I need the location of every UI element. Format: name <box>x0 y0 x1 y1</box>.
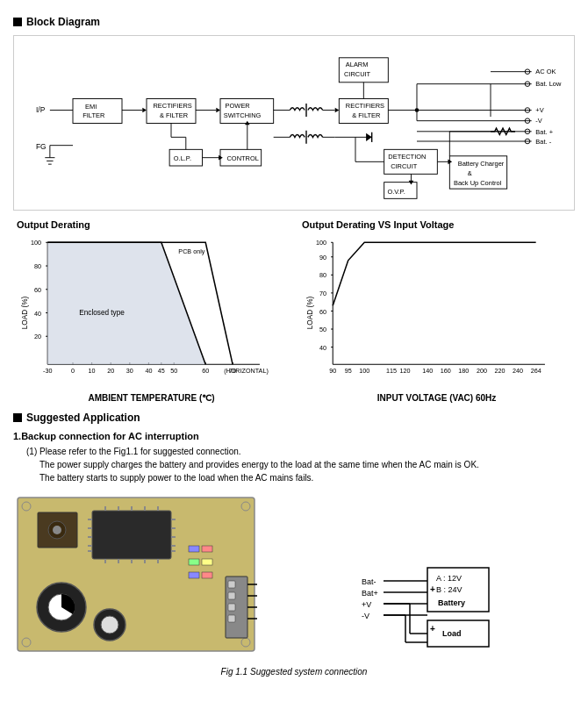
svg-rect-202 <box>228 604 235 611</box>
svg-text:100: 100 <box>359 367 369 375</box>
svg-marker-80 <box>219 155 223 161</box>
svg-text:100: 100 <box>316 239 326 247</box>
svg-text:Enclosed type: Enclosed type <box>79 309 125 317</box>
output-derating-title: Output Derating <box>13 219 290 230</box>
svg-text:160: 160 <box>441 367 451 375</box>
derating-chart-area: LOAD (%) 100 80 60 40 20 -30 0 1 <box>13 233 290 391</box>
svg-text:& FILTER: & FILTER <box>160 111 189 119</box>
svg-rect-203 <box>228 615 235 622</box>
suggested-app-section: Suggested Application 1.Backup connectio… <box>13 412 575 677</box>
svg-rect-197 <box>189 572 199 578</box>
svg-rect-195 <box>189 559 199 565</box>
svg-rect-196 <box>202 559 212 565</box>
svg-text:SWITCHING: SWITCHING <box>224 111 262 119</box>
svg-text:264: 264 <box>531 367 541 375</box>
svg-text:EMI: EMI <box>85 103 97 111</box>
output-derating-chart: Output Derating LOAD (%) 100 80 60 40 20 <box>13 219 290 403</box>
pcb-diagram <box>13 493 340 662</box>
svg-text:240: 240 <box>513 367 523 375</box>
derating-vs-input-title: Output Derating VS Input Voltage <box>298 219 575 230</box>
svg-text:200: 200 <box>477 367 487 375</box>
derating-svg: LOAD (%) 100 80 60 40 20 -30 0 1 <box>13 233 290 391</box>
svg-text:+V: +V <box>535 106 543 114</box>
svg-text:+: + <box>430 624 435 634</box>
svg-text:CONTROL: CONTROL <box>226 154 258 162</box>
suggested-app-icon <box>13 413 22 422</box>
app-text2: The battery starts to supply power to th… <box>39 471 575 484</box>
svg-text:RECTIFIERS: RECTIFIERS <box>153 102 191 110</box>
svg-text:FILTER: FILTER <box>82 111 105 119</box>
svg-rect-194 <box>202 546 212 552</box>
svg-text:Bat. -: Bat. - <box>535 138 551 146</box>
derating-vs-input-chart: Output Derating VS Input Voltage LOAD (%… <box>298 219 575 403</box>
svg-point-168 <box>101 616 118 634</box>
svg-marker-91 <box>366 133 372 141</box>
connection-svg: Bat- Bat+ +V -V A : 12V B : 24V Battery … <box>357 493 533 660</box>
svg-text:+V: +V <box>362 600 371 609</box>
svg-marker-17 <box>216 108 220 113</box>
svg-rect-193 <box>189 546 199 552</box>
svg-point-192 <box>53 526 61 534</box>
svg-text:40: 40 <box>34 310 41 318</box>
svg-text:70: 70 <box>319 290 326 297</box>
svg-text:180: 180 <box>458 367 469 375</box>
svg-marker-128 <box>47 242 205 364</box>
svg-text:90: 90 <box>319 254 326 261</box>
svg-text:DETECTION: DETECTION <box>388 153 426 161</box>
svg-text:20: 20 <box>34 333 41 340</box>
svg-text:0: 0 <box>71 367 75 375</box>
svg-text:-V: -V <box>362 612 369 620</box>
svg-text:AC OK: AC OK <box>535 68 556 75</box>
svg-rect-169 <box>92 511 171 559</box>
svg-text:45: 45 <box>158 367 165 375</box>
vs-input-xlabel: INPUT VOLTAGE (VAC) 60Hz <box>298 393 575 403</box>
svg-text:CIRCUIT: CIRCUIT <box>391 162 418 170</box>
svg-text:50: 50 <box>170 367 177 375</box>
svg-text:30: 30 <box>126 367 133 375</box>
svg-text:Battery Charger: Battery Charger <box>458 160 505 168</box>
svg-text:20: 20 <box>107 367 114 375</box>
svg-text:LOAD (%): LOAD (%) <box>306 297 314 330</box>
svg-text:60: 60 <box>319 308 326 316</box>
svg-text:LOAD (%): LOAD (%) <box>21 297 29 330</box>
block-diagram-svg: I/P FG EMI FILTER RECTIFIERS & FILTER PO… <box>21 43 567 203</box>
svg-text:100: 100 <box>31 239 41 247</box>
svg-text:O.V.P.: O.V.P. <box>387 188 405 196</box>
svg-text:-30: -30 <box>43 367 52 375</box>
svg-text:A : 12V: A : 12V <box>436 574 462 583</box>
block-diagram-header: Block Diagram <box>13 16 575 28</box>
block-diagram-icon <box>13 18 22 26</box>
svg-text:140: 140 <box>422 367 433 375</box>
svg-text:Bat-: Bat- <box>362 577 376 586</box>
svg-text:50: 50 <box>319 326 326 333</box>
pcb-svg <box>13 493 259 660</box>
block-diagram-title: Block Diagram <box>26 16 100 28</box>
svg-text:120: 120 <box>400 367 411 375</box>
block-diagram-area: I/P FG EMI FILTER RECTIFIERS & FILTER PO… <box>13 35 575 211</box>
svg-text:FG: FG <box>36 142 47 151</box>
svg-text:RECTIFIERS: RECTIFIERS <box>346 102 384 110</box>
svg-text:40: 40 <box>145 367 152 375</box>
svg-text:O.L.P.: O.L.P. <box>174 154 191 162</box>
svg-text:Load: Load <box>442 629 462 638</box>
app-text1: The power supply charges the battery and… <box>39 458 575 471</box>
svg-text:220: 220 <box>495 367 506 375</box>
svg-text:40: 40 <box>319 344 326 352</box>
svg-text:10: 10 <box>89 367 96 375</box>
svg-text:95: 95 <box>345 367 352 375</box>
svg-text:CIRCUIT: CIRCUIT <box>344 70 371 78</box>
vs-input-svg: LOAD (%) 100 90 80 70 60 50 40 <box>298 233 575 391</box>
app-diagram-row: Bat- Bat+ +V -V A : 12V B : 24V Battery … <box>13 493 575 662</box>
svg-text:& FILTER: & FILTER <box>352 111 381 119</box>
svg-text:Bat. +: Bat. + <box>535 128 553 136</box>
svg-marker-12 <box>142 108 147 113</box>
svg-rect-198 <box>202 572 212 578</box>
connection-diagram: Bat- Bat+ +V -V A : 12V B : 24V Battery … <box>357 493 575 660</box>
svg-text:+: + <box>430 584 435 594</box>
svg-marker-27 <box>335 108 340 113</box>
svg-text:&: & <box>468 169 472 177</box>
svg-rect-200 <box>228 581 235 588</box>
svg-text:60: 60 <box>202 367 209 375</box>
suggested-app-header: Suggested Application <box>13 412 575 424</box>
charts-row: Output Derating LOAD (%) 100 80 60 40 20 <box>13 219 575 403</box>
